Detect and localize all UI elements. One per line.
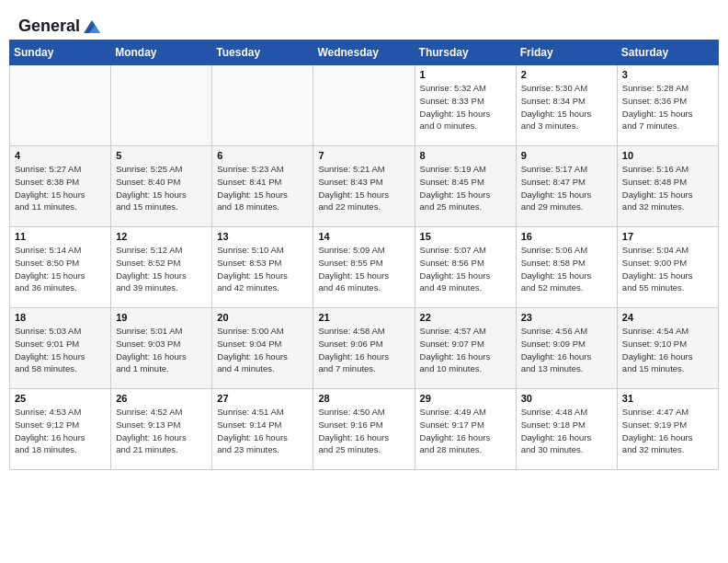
day-info: Sunrise: 5:04 AM Sunset: 9:00 PM Dayligh… [622,244,713,294]
day-number: 21 [318,312,409,323]
day-number: 20 [217,312,308,323]
day-info: Sunrise: 4:57 AM Sunset: 9:07 PM Dayligh… [420,325,511,375]
header: General [9,9,719,36]
calendar-day: 24Sunrise: 4:54 AM Sunset: 9:10 PM Dayli… [617,308,718,389]
calendar-day: 25Sunrise: 4:53 AM Sunset: 9:12 PM Dayli… [10,389,111,470]
calendar: SundayMondayTuesdayWednesdayThursdayFrid… [9,40,719,470]
header-sunday: Sunday [10,40,111,65]
day-info: Sunrise: 5:28 AM Sunset: 8:36 PM Dayligh… [622,82,713,132]
day-info: Sunrise: 5:09 AM Sunset: 8:55 PM Dayligh… [318,244,409,294]
day-number: 29 [420,393,511,404]
calendar-day: 23Sunrise: 4:56 AM Sunset: 9:09 PM Dayli… [516,308,617,389]
day-number: 27 [217,393,308,404]
day-info: Sunrise: 5:19 AM Sunset: 8:45 PM Dayligh… [420,163,511,213]
header-thursday: Thursday [415,40,516,65]
day-info: Sunrise: 5:32 AM Sunset: 8:33 PM Dayligh… [420,82,511,132]
day-info: Sunrise: 5:01 AM Sunset: 9:03 PM Dayligh… [116,325,207,375]
calendar-day: 3Sunrise: 5:28 AM Sunset: 8:36 PM Daylig… [617,65,718,146]
calendar-day: 12Sunrise: 5:12 AM Sunset: 8:52 PM Dayli… [111,227,212,308]
day-info: Sunrise: 5:21 AM Sunset: 8:43 PM Dayligh… [318,163,409,213]
calendar-day: 28Sunrise: 4:50 AM Sunset: 9:16 PM Dayli… [313,389,415,470]
day-number: 31 [622,393,713,404]
day-number: 1 [420,69,511,80]
logo-general: General [18,17,80,36]
calendar-day: 15Sunrise: 5:07 AM Sunset: 8:56 PM Dayli… [415,227,516,308]
calendar-day: 10Sunrise: 5:16 AM Sunset: 8:48 PM Dayli… [617,146,718,227]
day-info: Sunrise: 5:07 AM Sunset: 8:56 PM Dayligh… [420,244,511,294]
calendar-day [111,65,212,146]
calendar-day: 27Sunrise: 4:51 AM Sunset: 9:14 PM Dayli… [212,389,313,470]
day-number: 2 [521,69,612,80]
day-info: Sunrise: 4:54 AM Sunset: 9:10 PM Dayligh… [622,325,713,375]
day-info: Sunrise: 5:25 AM Sunset: 8:40 PM Dayligh… [116,163,207,213]
calendar-day: 19Sunrise: 5:01 AM Sunset: 9:03 PM Dayli… [111,308,212,389]
day-info: Sunrise: 5:14 AM Sunset: 8:50 PM Dayligh… [15,244,106,294]
calendar-day: 16Sunrise: 5:06 AM Sunset: 8:58 PM Dayli… [516,227,617,308]
day-number: 6 [217,150,308,161]
header-monday: Monday [111,40,212,65]
header-tuesday: Tuesday [212,40,313,65]
day-number: 22 [420,312,511,323]
header-saturday: Saturday [617,40,718,65]
logo: General [18,17,102,32]
day-number: 30 [521,393,612,404]
calendar-day: 7Sunrise: 5:21 AM Sunset: 8:43 PM Daylig… [313,146,415,227]
day-number: 28 [318,393,409,404]
day-info: Sunrise: 4:51 AM Sunset: 9:14 PM Dayligh… [217,406,308,456]
day-number: 13 [217,231,308,242]
calendar-day: 14Sunrise: 5:09 AM Sunset: 8:55 PM Dayli… [313,227,415,308]
calendar-day: 4Sunrise: 5:27 AM Sunset: 8:38 PM Daylig… [10,146,111,227]
day-number: 10 [622,150,713,161]
calendar-day: 11Sunrise: 5:14 AM Sunset: 8:50 PM Dayli… [10,227,111,308]
calendar-day: 6Sunrise: 5:23 AM Sunset: 8:41 PM Daylig… [212,146,313,227]
day-info: Sunrise: 4:47 AM Sunset: 9:19 PM Dayligh… [622,406,713,456]
day-number: 11 [15,231,106,242]
day-info: Sunrise: 4:56 AM Sunset: 9:09 PM Dayligh… [521,325,612,375]
day-info: Sunrise: 5:27 AM Sunset: 8:38 PM Dayligh… [15,163,106,213]
calendar-day: 21Sunrise: 4:58 AM Sunset: 9:06 PM Dayli… [313,308,415,389]
day-number: 5 [116,150,207,161]
day-info: Sunrise: 5:17 AM Sunset: 8:47 PM Dayligh… [521,163,612,213]
calendar-day: 29Sunrise: 4:49 AM Sunset: 9:17 PM Dayli… [415,389,516,470]
day-number: 25 [15,393,106,404]
day-number: 9 [521,150,612,161]
day-info: Sunrise: 4:50 AM Sunset: 9:16 PM Dayligh… [318,406,409,456]
day-number: 24 [622,312,713,323]
day-number: 17 [622,231,713,242]
day-number: 15 [420,231,511,242]
day-number: 19 [116,312,207,323]
day-info: Sunrise: 5:06 AM Sunset: 8:58 PM Dayligh… [521,244,612,294]
calendar-day: 17Sunrise: 5:04 AM Sunset: 9:00 PM Dayli… [617,227,718,308]
calendar-day [313,65,415,146]
day-info: Sunrise: 5:03 AM Sunset: 9:01 PM Dayligh… [15,325,106,375]
day-number: 7 [318,150,409,161]
day-number: 23 [521,312,612,323]
day-number: 14 [318,231,409,242]
day-info: Sunrise: 4:58 AM Sunset: 9:06 PM Dayligh… [318,325,409,375]
calendar-week-row: 18Sunrise: 5:03 AM Sunset: 9:01 PM Dayli… [10,308,719,389]
calendar-week-row: 4Sunrise: 5:27 AM Sunset: 8:38 PM Daylig… [10,146,719,227]
header-wednesday: Wednesday [313,40,415,65]
day-number: 18 [15,312,106,323]
calendar-day: 13Sunrise: 5:10 AM Sunset: 8:53 PM Dayli… [212,227,313,308]
calendar-day: 18Sunrise: 5:03 AM Sunset: 9:01 PM Dayli… [10,308,111,389]
day-info: Sunrise: 5:23 AM Sunset: 8:41 PM Dayligh… [217,163,308,213]
calendar-week-row: 1Sunrise: 5:32 AM Sunset: 8:33 PM Daylig… [10,65,719,146]
calendar-day [10,65,111,146]
day-info: Sunrise: 5:30 AM Sunset: 8:34 PM Dayligh… [521,82,612,132]
day-number: 8 [420,150,511,161]
day-info: Sunrise: 4:52 AM Sunset: 9:13 PM Dayligh… [116,406,207,456]
day-info: Sunrise: 5:10 AM Sunset: 8:53 PM Dayligh… [217,244,308,294]
calendar-day: 26Sunrise: 4:52 AM Sunset: 9:13 PM Dayli… [111,389,212,470]
day-number: 4 [15,150,106,161]
calendar-day: 9Sunrise: 5:17 AM Sunset: 8:47 PM Daylig… [516,146,617,227]
calendar-day: 1Sunrise: 5:32 AM Sunset: 8:33 PM Daylig… [415,65,516,146]
day-info: Sunrise: 4:48 AM Sunset: 9:18 PM Dayligh… [521,406,612,456]
calendar-day [212,65,313,146]
header-friday: Friday [516,40,617,65]
calendar-day: 31Sunrise: 4:47 AM Sunset: 9:19 PM Dayli… [617,389,718,470]
day-number: 16 [521,231,612,242]
day-info: Sunrise: 5:12 AM Sunset: 8:52 PM Dayligh… [116,244,207,294]
calendar-day: 22Sunrise: 4:57 AM Sunset: 9:07 PM Dayli… [415,308,516,389]
day-info: Sunrise: 4:53 AM Sunset: 9:12 PM Dayligh… [15,406,106,456]
